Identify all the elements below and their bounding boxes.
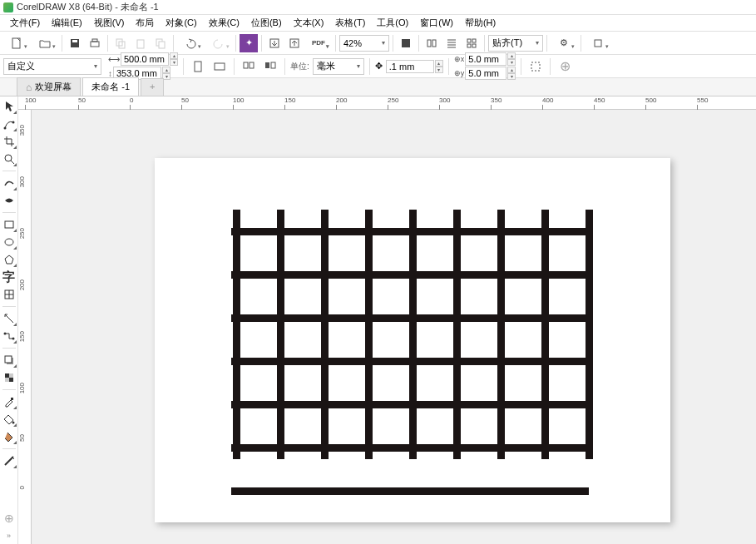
tab-add[interactable]: + [141, 78, 164, 96]
svg-point-33 [3, 333, 6, 335]
cut-button[interactable] [151, 34, 170, 52]
portrait-button[interactable] [189, 57, 207, 76]
menu-3[interactable]: 布局 [131, 15, 159, 31]
window-title: CorelDRAW X8 (64-Bit) - 未命名 -1 [17, 1, 159, 13]
duplicate-y[interactable]: 5.0 mm [465, 67, 506, 80]
menu-4[interactable]: 对象(C) [161, 15, 201, 31]
fullscreen-button[interactable] [397, 34, 415, 52]
menu-bar: 文件(F)编辑(E)视图(V)布局对象(C)效果(C)位图(B)文本(X)表格(… [0, 15, 756, 32]
svg-rect-16 [472, 39, 476, 42]
menu-0[interactable]: 文件(F) [5, 15, 45, 31]
page-preset[interactable]: 自定义 [3, 58, 101, 75]
expand-toolbox[interactable]: » [1, 527, 17, 544]
menu-7[interactable]: 文本(X) [289, 15, 329, 31]
zoom-level[interactable]: 42%▾ [339, 35, 389, 52]
export-button[interactable] [285, 34, 304, 52]
ruler-tick: 400 [542, 96, 553, 104]
current-page-button[interactable] [261, 57, 279, 76]
dupy-icon: ⊕y [454, 69, 465, 77]
pdf-button[interactable]: PDF [305, 34, 332, 52]
ruler-tick: 100 [18, 383, 26, 393]
grid-vline [365, 210, 373, 459]
crop-tool[interactable] [1, 133, 17, 150]
add-preset-button[interactable]: ⊕ [556, 57, 574, 76]
ruler-tick: 450 [594, 96, 605, 104]
grid-hline [231, 228, 589, 235]
fill-tool[interactable] [1, 411, 17, 428]
print-button[interactable] [86, 34, 104, 52]
tab-document[interactable]: 未命名 -1 [82, 77, 139, 96]
duplicate-x[interactable]: 5.0 mm [465, 52, 506, 66]
unit-select[interactable]: 毫米 [313, 58, 364, 75]
shape-tool[interactable] [1, 116, 17, 132]
connector-tool[interactable] [1, 328, 17, 344]
menu-2[interactable]: 视图(V) [89, 15, 130, 31]
svg-rect-15 [467, 39, 471, 42]
eyedropper-tool[interactable] [1, 393, 17, 410]
freehand-tool[interactable] [1, 175, 17, 191]
zoom-tool[interactable] [1, 151, 17, 167]
pick-tool[interactable] [1, 98, 17, 115]
redo-button[interactable] [205, 34, 232, 52]
toolbox: 字 ⊕ » [0, 96, 18, 544]
launch-button[interactable] [585, 34, 611, 52]
toolbar-standard: ✦ PDF 42%▾ 贴齐(T) ⚙ [0, 32, 756, 55]
ruler-vertical[interactable]: 350300250200150100500 [18, 110, 32, 544]
all-pages-button[interactable] [240, 57, 258, 76]
menu-8[interactable]: 表格(T) [330, 15, 370, 31]
search-button[interactable]: ✦ [240, 34, 258, 52]
quick-customize[interactable]: ⊕ [1, 510, 17, 527]
ruler-tick: 100 [25, 96, 36, 104]
page-width[interactable]: 500.0 mm [121, 52, 169, 66]
canvas[interactable] [32, 110, 756, 544]
dimension-tool[interactable] [1, 310, 17, 327]
drop-shadow-tool[interactable] [1, 352, 17, 368]
svg-rect-36 [5, 356, 12, 363]
open-button[interactable] [32, 34, 58, 52]
dupx-icon: ⊕x [454, 55, 465, 63]
snap-grid-button[interactable] [462, 34, 481, 52]
svg-point-42 [12, 422, 14, 424]
unit-label: 单位: [290, 61, 309, 72]
new-button[interactable] [3, 34, 30, 52]
import-button[interactable] [265, 34, 284, 52]
svg-rect-14 [432, 40, 436, 47]
grid-vline [277, 210, 284, 459]
grid-vline [453, 210, 461, 459]
ruler-horizontal[interactable]: 10050050100150200250300350400450500550 [18, 96, 756, 110]
menu-6[interactable]: 位图(B) [246, 15, 287, 31]
ruler-tick: 350 [18, 125, 26, 136]
tab-welcome[interactable]: ⌂欢迎屏幕 [17, 77, 81, 96]
snap-dropdown[interactable]: 贴齐(T) [488, 35, 543, 52]
menu-1[interactable]: 编辑(E) [47, 15, 87, 31]
artistic-media-tool[interactable] [1, 192, 17, 209]
width-icon: ⟷ [108, 55, 120, 64]
paste-button[interactable] [131, 34, 150, 52]
polygon-tool[interactable] [1, 251, 17, 268]
svg-rect-21 [215, 63, 225, 70]
outline-tool[interactable] [1, 453, 17, 469]
nudge-distance[interactable]: .1 mm [386, 60, 434, 73]
landscape-button[interactable] [210, 57, 229, 76]
menu-10[interactable]: 窗口(W) [415, 15, 458, 31]
ellipse-tool[interactable] [1, 234, 17, 250]
guides-button[interactable] [442, 34, 461, 52]
table-tool[interactable] [1, 286, 17, 303]
menu-9[interactable]: 工具(O) [372, 15, 413, 31]
ruler-tick: 50 [78, 96, 86, 104]
svg-rect-19 [595, 40, 601, 47]
smart-fill-tool[interactable] [1, 428, 17, 445]
menu-11[interactable]: 帮助(H) [460, 15, 501, 31]
treat-as-filled-button[interactable] [526, 57, 545, 76]
transparency-tool[interactable] [1, 369, 17, 386]
svg-rect-20 [195, 62, 201, 72]
rectangle-tool[interactable] [1, 216, 17, 233]
undo-button[interactable] [177, 34, 204, 52]
save-button[interactable] [66, 34, 84, 52]
text-tool[interactable]: 字 [1, 269, 17, 285]
options-button[interactable]: ⚙ [551, 34, 577, 52]
grid-button[interactable] [422, 34, 441, 52]
copy-button[interactable] [111, 34, 130, 52]
menu-5[interactable]: 效果(C) [204, 15, 245, 31]
svg-rect-30 [5, 221, 13, 228]
